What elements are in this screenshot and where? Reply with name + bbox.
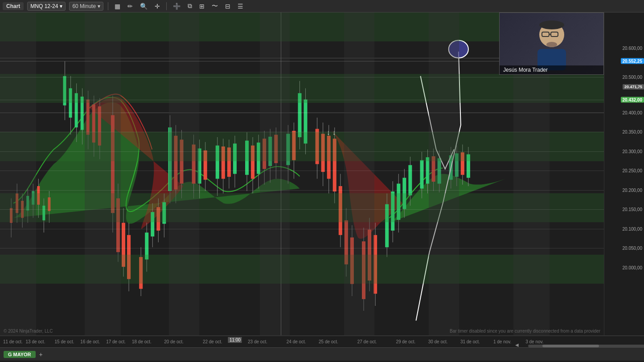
add-icon[interactable]: ➕ <box>171 2 182 11</box>
time-axis: 11 de oct. 13 de oct. 15 de oct. 16 de o… <box>0 336 644 347</box>
chart-area[interactable]: ↓ ↓ <box>0 12 604 335</box>
timeframe-text: 60 Minute <box>72 3 96 9</box>
time-31oct: 31 de oct. <box>460 339 480 344</box>
price-axis: 20.600,00 20.552,25 20.552,25 20.500,00 … <box>604 12 644 335</box>
price-line-3 <box>0 100 604 100</box>
svg-rect-119 <box>420 160 423 189</box>
time-11oct: 11 de oct. <box>3 339 23 344</box>
main-area: ↓ ↓ <box>0 12 644 335</box>
tab-g-mayor[interactable]: G MAYOR <box>4 351 36 358</box>
crosshair-icon[interactable]: ✛ <box>153 2 162 11</box>
price-20150: 20.150,00 <box>623 207 643 212</box>
time-22oct: 22 de oct. <box>203 339 222 344</box>
chart-label[interactable]: Chart <box>3 2 24 10</box>
dropdown-arrow: ▾ <box>60 3 62 9</box>
time-15oct: 15 de oct. <box>55 339 74 344</box>
time-30oct: 30 de oct. <box>428 339 448 344</box>
price-20432-green: 20.432,00 <box>621 97 644 102</box>
price-highlight: 20.552,25 <box>621 58 644 64</box>
menu-icon[interactable]: ☰ <box>236 2 245 11</box>
video-person-name: Jesús Mora Trader <box>500 65 603 74</box>
clone-icon[interactable]: ⧉ <box>186 1 194 11</box>
time-25oct: 25 de oct. <box>319 339 338 344</box>
time-scrollbar-track <box>528 345 644 347</box>
disclaimer-text: Bar timer disabled since you are current… <box>450 329 600 334</box>
price-line-8 <box>0 209 604 210</box>
price-20500: 20.500,00 <box>623 75 643 80</box>
separator-1 <box>108 2 108 10</box>
timeframe-dropdown[interactable]: 60 Minute ▾ <box>69 2 103 11</box>
time-17oct: 17 de oct. <box>106 339 126 344</box>
price-line-5 <box>0 151 604 152</box>
price-20250: 20.250,00 <box>623 168 643 173</box>
svg-point-142 <box>546 42 557 47</box>
time-20oct: 20 de oct. <box>164 339 184 344</box>
bar-chart-icon[interactable]: ▦ <box>113 2 122 11</box>
copyright: © 2024 NinjaTrader, LLC <box>4 329 53 334</box>
price-line-7 <box>0 190 604 191</box>
price-20300: 20.300,00 <box>623 149 643 154</box>
price-line-2 <box>0 77 604 77</box>
time-13oct: 13 de oct. <box>26 339 45 344</box>
scroll-left-btn[interactable]: ◀ <box>515 342 519 347</box>
tab-add-button[interactable]: + <box>37 351 45 358</box>
price-20100: 20.100,00 <box>623 226 643 231</box>
time-29oct: 29 de oct. <box>396 339 415 344</box>
symbol-dropdown[interactable]: MNQ 12-24 ▾ <box>27 2 66 11</box>
video-overlay: Jesús Mora Trader <box>499 12 604 75</box>
time-1nov: 1 de nov. <box>493 339 511 344</box>
topbar: Chart MNQ 12-24 ▾ 60 Minute ▾ ▦ ✏ 🔍 ✛ ➕ … <box>0 0 644 12</box>
zoom-icon[interactable]: 🔍 <box>138 2 149 11</box>
price-20350: 20.350,00 <box>623 130 643 134</box>
symbol-text: MNQ 12-24 <box>30 3 58 9</box>
price-20400: 20.400,00 <box>623 110 643 115</box>
separator-2 <box>166 2 167 10</box>
draw-icon[interactable]: ✏ <box>126 2 135 11</box>
price-line-9 <box>0 229 604 229</box>
time-3nov: 3 de nov. <box>525 339 543 344</box>
time-1100: 11:00 <box>228 337 242 343</box>
price-line-6 <box>0 171 604 171</box>
dropdown-arrow-tf: ▾ <box>98 3 100 9</box>
price-line-4 <box>0 132 604 132</box>
layout-icon[interactable]: ⊞ <box>197 2 206 11</box>
time-27oct: 27 de oct. <box>357 339 377 344</box>
time-23oct: 23 de oct. <box>248 339 267 344</box>
price-line-10 <box>0 248 604 248</box>
strategy-icon[interactable]: 〜 <box>210 1 220 11</box>
price-20050: 20.050,00 <box>623 246 643 251</box>
order-icon[interactable]: ⊟ <box>223 2 232 11</box>
time-16oct: 16 de oct. <box>80 339 100 344</box>
time-24oct: 24 de oct. <box>287 339 306 344</box>
price-20000: 20.000,00 <box>623 265 643 270</box>
time-scrollbar-thumb[interactable] <box>542 345 599 347</box>
tab-bar: G MAYOR + <box>0 347 644 361</box>
bottom-area: 11 de oct. 13 de oct. 15 de oct. 16 de o… <box>0 335 644 362</box>
time-18oct: 18 de oct. <box>132 339 152 344</box>
price-20200: 20.200,00 <box>623 187 643 192</box>
price-20600: 20.600,00 <box>623 45 643 50</box>
svg-rect-117 <box>408 165 412 195</box>
svg-point-140 <box>539 20 564 29</box>
price-20471-hl: 20.471,75 <box>623 84 644 89</box>
